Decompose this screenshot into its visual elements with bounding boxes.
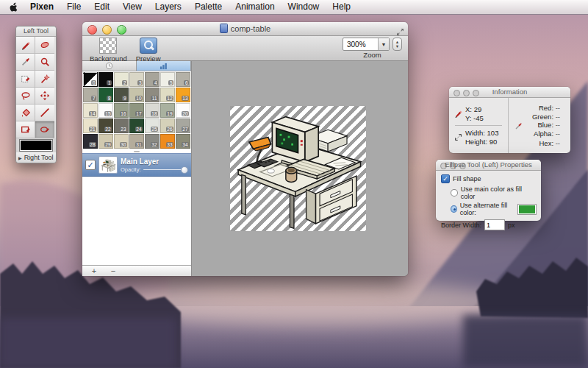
swatch-number: 23 — [120, 127, 127, 132]
swatch-4[interactable]: 4 — [145, 72, 159, 87]
remove-layer-button[interactable]: − — [109, 266, 118, 275]
fill-shape-checkbox[interactable]: ✓ — [441, 174, 450, 183]
swatch-15[interactable]: 15 — [98, 103, 113, 118]
swatch-number: 28 — [89, 142, 96, 148]
swatch-number: 33 — [166, 142, 173, 148]
swatch-33[interactable]: 33 — [160, 134, 175, 149]
swatch-7[interactable]: 7 — [83, 88, 98, 102]
preview-button[interactable]: Preview — [136, 38, 161, 63]
tool-eraser[interactable] — [35, 37, 54, 54]
pixel-art-canvas[interactable] — [230, 106, 366, 231]
opacity-slider[interactable] — [143, 166, 188, 172]
swatch-25[interactable]: 25 — [145, 118, 159, 133]
layer-row[interactable]: ✓ Main Layer Opacity: — [82, 153, 191, 177]
menu-palette[interactable]: Palette — [188, 0, 229, 14]
chevron-down-icon[interactable]: ▼ — [378, 38, 389, 50]
add-layer-button[interactable]: + — [90, 266, 98, 275]
swatch-29[interactable]: 29 — [98, 134, 113, 149]
swatch-31[interactable]: 31 — [129, 134, 144, 149]
tool-magnifier[interactable] — [35, 54, 54, 71]
zoom-stepper[interactable]: ▲▼ — [392, 38, 402, 51]
swatch-0[interactable]: 0 — [83, 72, 98, 87]
swatch-32[interactable]: 32 — [145, 134, 159, 149]
tool-grid — [16, 37, 56, 138]
resize-icon[interactable] — [397, 25, 404, 38]
swatch-16[interactable]: 16 — [114, 103, 129, 118]
swatch-number: 31 — [135, 142, 143, 148]
right-tool-toggle[interactable]: ▶ Right Tool — [16, 152, 56, 163]
swatch-3[interactable]: 3 — [129, 72, 144, 87]
opacity-slider-knob[interactable] — [181, 166, 188, 174]
eyedropper-icon — [20, 56, 32, 68]
menu-edit[interactable]: Edit — [87, 0, 116, 14]
swatch-23[interactable]: 23 — [114, 118, 129, 133]
tool-fill-bucket[interactable] — [16, 105, 35, 121]
swatch-24[interactable]: 24 — [129, 118, 144, 133]
swatch-34[interactable]: 34 — [176, 134, 190, 149]
swatch-14[interactable]: 14 — [83, 103, 98, 118]
swatch-21[interactable]: 21 — [83, 118, 98, 133]
swatch-number: 25 — [151, 127, 158, 132]
swatch-17[interactable]: 17 — [129, 103, 144, 118]
tool-move[interactable] — [35, 88, 54, 105]
swatch-10[interactable]: 10 — [129, 88, 144, 102]
menu-animation[interactable]: Animation — [229, 0, 281, 14]
menu-window[interactable]: Window — [282, 0, 326, 14]
main-color-radio[interactable] — [451, 189, 458, 197]
tab-history[interactable] — [82, 61, 137, 71]
swatch-1[interactable]: 1 — [98, 72, 113, 87]
apple-icon[interactable] — [10, 2, 18, 12]
swatch-26[interactable]: 26 — [160, 118, 175, 133]
menu-view[interactable]: View — [116, 0, 148, 14]
alternate-color-well[interactable] — [517, 204, 537, 215]
zoom-combobox[interactable]: 300% ▼ — [343, 38, 390, 51]
swatch-6[interactable]: 6 — [176, 72, 190, 87]
menu-help[interactable]: Help — [326, 0, 357, 14]
zoom-value: 300% — [343, 40, 378, 49]
swatch-9[interactable]: 9 — [114, 88, 129, 102]
swatch-19[interactable]: 19 — [160, 103, 175, 118]
swatch-number: 34 — [182, 142, 189, 148]
tool-wand[interactable] — [35, 71, 54, 88]
alternate-color-radio[interactable] — [451, 205, 457, 213]
menu-file[interactable]: File — [60, 0, 87, 14]
primary-color-well[interactable] — [20, 140, 52, 151]
background-button[interactable]: Background — [90, 38, 127, 63]
swatch-22[interactable]: 22 — [98, 118, 113, 133]
information-titlebar[interactable]: Information — [449, 87, 570, 98]
document-titlebar[interactable]: comp-table — [82, 22, 408, 36]
border-width-input[interactable] — [484, 219, 505, 230]
swatch-27[interactable]: 27 — [176, 118, 190, 133]
tool-lasso[interactable] — [16, 88, 35, 105]
move-icon — [39, 90, 51, 102]
tool-selection[interactable] — [16, 71, 35, 88]
tool-ellipse[interactable] — [35, 121, 54, 138]
swatch-12[interactable]: 12 — [160, 88, 175, 102]
menu-layers[interactable]: Layers — [148, 0, 188, 14]
tool-rectangle[interactable] — [16, 121, 35, 138]
canvas-area[interactable] — [192, 61, 408, 276]
swatch-number: 19 — [166, 111, 173, 117]
swatch-28[interactable]: 28 — [83, 134, 98, 149]
swatch-18[interactable]: 18 — [145, 103, 159, 118]
swatch-number: 9 — [122, 96, 127, 102]
dimensions-icon — [454, 133, 462, 141]
swatch-11[interactable]: 11 — [145, 88, 159, 102]
swatch-8[interactable]: 8 — [98, 88, 113, 102]
tab-frequency[interactable] — [137, 61, 191, 71]
ellipse-panel-body: ✓ Fill shape Use main color as fill colo… — [436, 171, 541, 230]
left-tool-title[interactable]: Left Tool — [16, 26, 56, 37]
swatch-number: 27 — [182, 127, 189, 132]
menu-pixen[interactable]: Pixen — [24, 0, 60, 14]
tool-pencil[interactable] — [16, 37, 35, 54]
swatch-2[interactable]: 2 — [114, 72, 129, 87]
ellipse-panel-titlebar[interactable]: Ellipse Tool (Left) Properties — [436, 160, 541, 171]
swatch-20[interactable]: 20 — [176, 103, 190, 118]
swatch-5[interactable]: 5 — [160, 72, 175, 87]
tool-line[interactable] — [35, 105, 54, 121]
swatch-13[interactable]: 13 — [176, 88, 190, 102]
desktop: PixenFileEditViewLayersPaletteAnimationW… — [0, 0, 588, 368]
swatch-30[interactable]: 30 — [114, 134, 129, 149]
layer-visible-checkbox[interactable]: ✓ — [85, 160, 96, 170]
tool-eyedropper[interactable] — [16, 54, 35, 71]
